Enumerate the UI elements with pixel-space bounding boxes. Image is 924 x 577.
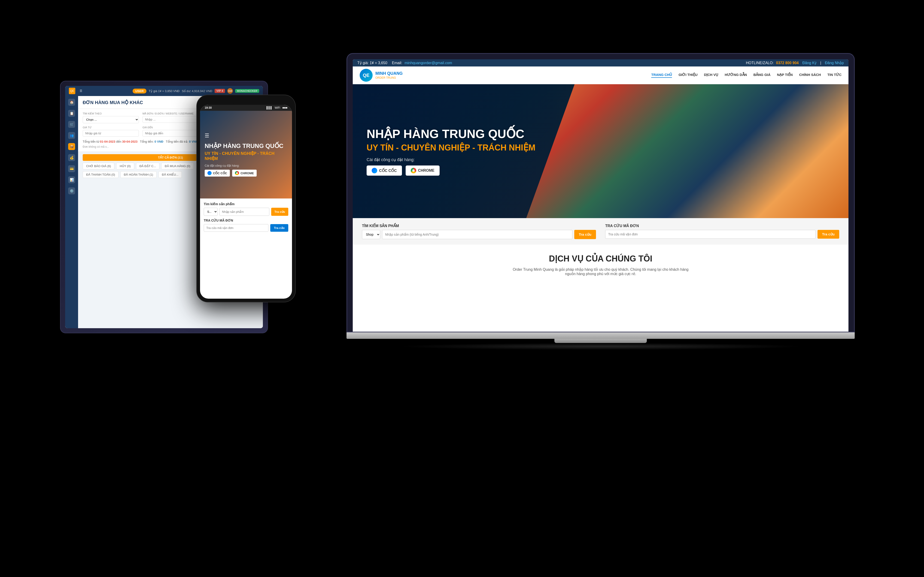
nav-news[interactable]: TIN TỨC	[827, 73, 842, 78]
phone-outer: 19:30 ▌▌▌ WiFi ■■■ ☰ NHẬP HÀNG TRUNG QUỐ…	[196, 95, 296, 302]
sidebar-icon-stats[interactable]: 📊	[68, 176, 75, 183]
email-info: Email: minhquangorder@gmail.com	[392, 61, 452, 65]
phone-signal: ▌▌▌ WiFi ■■■	[267, 106, 288, 110]
laptop-services-section: DỊCH VỤ CỦA CHÚNG TÔI Order Trung Minh Q…	[353, 245, 848, 285]
balance-info: Số dư: 4,918,942 VNĐ	[182, 89, 212, 93]
login-link[interactable]: Đăng Nhập	[825, 61, 844, 65]
sidebar-icon-home[interactable]: 🏠	[68, 99, 75, 106]
logo-text-block: MINH QUANG ORDER TRUNG	[375, 71, 403, 79]
nav-price[interactable]: BẢNG GIÁ	[753, 73, 771, 78]
order-input[interactable]	[605, 230, 816, 239]
laptop-search-section: TÌM KIẾM SẢN PHẨM Shop Tra cứu TRA CỨU M…	[353, 218, 848, 245]
phone-device: 19:30 ▌▌▌ WiFi ■■■ ☰ NHẬP HÀNG TRUNG QUỐ…	[196, 95, 296, 302]
phone-order-input[interactable]	[204, 224, 268, 232]
tab-paid[interactable]: ĐÃ THANH TOÁN (0)	[83, 171, 118, 178]
sidebar-icon-wallet[interactable]: 💳	[68, 165, 75, 172]
tab-complained[interactable]: ĐÃ KHIẾU...	[158, 171, 182, 178]
phone-hero: ☰ NHẬP HÀNG TRUNG QUỐC UY TÍN - CHUYÊN N…	[200, 111, 292, 198]
monachecker-badge: MONACHECKER	[235, 89, 259, 93]
nav-services[interactable]: DỊCH VỤ	[704, 73, 719, 78]
product-search-block: TÌM KIẾM SẢN PHẨM Shop Tra cứu	[362, 224, 596, 239]
phone-shop-select[interactable]: S...	[204, 208, 218, 216]
shop-select[interactable]: Shop	[362, 230, 380, 239]
logo-icon: QE	[360, 69, 373, 82]
tab-ordered[interactable]: ĐÃ ĐẶT C...	[136, 163, 160, 169]
hero-subtitle: UY TÍN - CHUYÊN NGHIỆP - TRÁCH NHIỆM	[367, 143, 535, 153]
hero-install-text: Cài đặt công cụ đặt hàng:	[367, 157, 535, 162]
tab-waiting-quote[interactable]: CHỜ BÁO GIÁ (6)	[83, 163, 114, 169]
hero-title: NHẬP HÀNG TRUNG QUỐC	[367, 127, 535, 141]
register-link[interactable]: Đăng Ký	[802, 61, 816, 65]
laptop-stand	[554, 339, 647, 343]
nav-topup[interactable]: NẠP TIỀN	[777, 73, 793, 78]
user-badge: USER	[132, 89, 147, 93]
phone-order-btn[interactable]: Tra cứu	[270, 224, 288, 232]
services-description: Order Trung Minh Quang là giải pháp nhập…	[508, 267, 693, 276]
date-to: 30-04-2023	[122, 140, 138, 143]
phone-install-text: Cài đặt công cụ đặt hàng:	[205, 164, 288, 167]
filter-search-group: TÌM KIẾM THEO Chọn ...	[83, 112, 139, 123]
phone-hero-buttons: CỐC CỐC CHROME	[205, 170, 288, 177]
price-from-label: GIÁ TỪ	[83, 126, 139, 129]
phone-coccoc-btn[interactable]: CỐC CỐC	[205, 170, 230, 177]
laptop-hero: NHẬP HÀNG TRUNG QUỐC UY TÍN - CHUYÊN NGH…	[353, 84, 848, 218]
search-select[interactable]: Chọn ...	[83, 116, 139, 123]
phone-statusbar: 19:30 ▌▌▌ WiFi ■■■	[200, 105, 292, 111]
nav-guide[interactable]: HƯỚNG DẪN	[725, 73, 747, 78]
sidebar-nav: 🏠 📋 🛒 👥 📦 💰 💳 📊 ⚙️	[65, 96, 78, 328]
phone-search-label: Tìm kiếm sản phẩm	[204, 202, 288, 206]
sidebar-icon-orders[interactable]: 📋	[68, 110, 75, 117]
tablet-topbar-info: USER Tỷ giá 1¥ = 3,850 VNĐ Số dư: 4,918,…	[132, 88, 259, 94]
topbar-left: Tỷ giá: 1¥ = 3,650 Email: minhquangorder…	[357, 61, 452, 65]
hotline: HOTLINE/ZALO: 0372 800 904	[746, 61, 798, 65]
price-from-input[interactable]	[83, 130, 139, 137]
phone-menu-icon[interactable]: ☰	[205, 133, 288, 139]
order-label: MÃ ĐƠN / Đ.ĐƠN / WEBSITE / USERNAME	[142, 112, 199, 115]
logo-area: QE MINH QUANG ORDER TRUNG	[360, 69, 403, 82]
tablet-menu-icon[interactable]: ☰	[78, 88, 84, 94]
order-search-block: TRA CỨU MÃ ĐƠN Tra cứu	[605, 224, 839, 239]
sidebar-icon-products[interactable]: 🛒	[68, 121, 75, 128]
chrome-inner-circle	[412, 169, 415, 172]
laptop-screen: Tỷ giá: 1¥ = 3,650 Email: minhquangorder…	[353, 59, 848, 332]
order-filter-input[interactable]	[142, 116, 199, 123]
sidebar-icon-users[interactable]: 👥	[68, 132, 75, 139]
services-title: DỊCH VỤ CỦA CHÚNG TÔI	[362, 254, 839, 264]
chrome-button[interactable]: CHROME	[405, 166, 439, 176]
price-to-label: GIÁ ĐẾN	[142, 126, 199, 129]
phone-chrome-inner	[236, 172, 238, 174]
nav-about[interactable]: GIỚI THIỆU	[678, 73, 697, 78]
phone-order-label: TRA CỨU MÃ ĐƠN	[204, 219, 288, 222]
tab-completed[interactable]: ĐÃ HOÀN THÀNH (1)	[120, 171, 157, 178]
phone-chrome-icon	[235, 171, 239, 175]
phone-screen: 19:30 ▌▌▌ WiFi ■■■ ☰ NHẬP HÀNG TRUNG QUỐ…	[200, 105, 292, 299]
sidebar-icon-settings[interactable]: ⚙️	[68, 187, 75, 194]
phone-chrome-btn[interactable]: CHROME	[232, 170, 257, 177]
sidebar-icon-finance[interactable]: 💰	[68, 154, 75, 161]
price-to-group: GIÁ ĐẾN	[142, 126, 199, 137]
laptop-nav: QE MINH QUANG ORDER TRUNG TRANG CHỦ GIỚI…	[353, 66, 848, 84]
coccoc-button[interactable]: CỐC CỐC	[367, 166, 402, 176]
tablet-logo-icon: QE	[69, 88, 75, 94]
phone-hero-title: NHẬP HÀNG TRUNG QUỐC	[205, 142, 288, 150]
exchange-rate: Tỷ giá: 1¥ = 3,650	[357, 61, 388, 65]
nav-policy[interactable]: CHÍNH SÁCH	[799, 73, 821, 78]
chrome-icon	[411, 168, 416, 173]
tab-purchased[interactable]: ĐÃ MUA HÀNG (0)	[161, 163, 194, 169]
hero-text-block: NHẬP HÀNG TRUNG QUỐC UY TÍN - CHUYÊN NGH…	[367, 127, 535, 176]
nav-home[interactable]: TRANG CHỦ	[651, 73, 672, 78]
tablet-topbar-icons: QE ☰	[69, 88, 84, 94]
price-to-input[interactable]	[142, 130, 199, 137]
order-search-btn[interactable]: Tra cứu	[817, 230, 839, 239]
tab-cancelled[interactable]: HỦY (0)	[116, 163, 134, 169]
phone-product-input[interactable]	[220, 208, 269, 216]
product-search-btn[interactable]: Tra cứu	[574, 230, 596, 239]
sidebar-icon-active[interactable]: 📦	[68, 143, 75, 150]
hero-buttons: CỐC CỐC CHROME	[367, 166, 535, 176]
order-search-label: TRA CỨU MÃ ĐƠN	[605, 224, 839, 228]
search-label: TÌM KIẾM THEO	[83, 112, 139, 115]
product-search-label: TÌM KIẾM SẢN PHẨM	[362, 224, 596, 228]
phone-search-btn[interactable]: Tra cứu	[271, 208, 288, 216]
phone-hero-subtitle: UY TÍN - CHUYÊN NGHIỆP - TRÁCH NHIỆM	[205, 151, 288, 161]
product-input[interactable]	[382, 230, 572, 239]
